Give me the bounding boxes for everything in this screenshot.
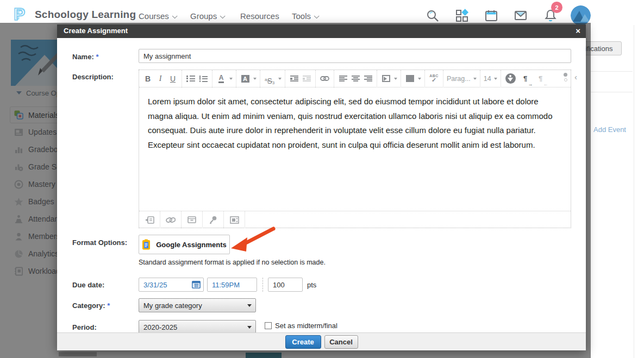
name-label: Name: * [72,53,98,61]
nav-resources[interactable]: Resources [240,11,279,21]
google-assignments-button[interactable]: Google Assignments [139,235,230,254]
font-size-caret-icon [494,78,497,80]
toolbar-handle-dots[interactable] [564,73,567,81]
chevron-down-icon [220,13,226,18]
insert-media-button[interactable] [380,72,391,85]
points-unit-label: pts [307,281,316,289]
description-textarea[interactable]: Lorem ipsum dolor sit amet, consectetur … [139,88,571,210]
insert-table-button[interactable] [404,72,415,85]
insert-image-button[interactable] [224,211,245,228]
align-center-button[interactable] [350,72,361,85]
datepicker-calendar-icon[interactable] [192,281,201,288]
insert-media-caret-icon[interactable] [394,78,397,80]
right-rail-border [634,25,634,358]
text-direction-ltr-button[interactable]: ¶ [521,72,532,85]
nav-courses[interactable]: Courses [139,11,176,21]
category-select[interactable]: My grade category [139,298,256,312]
spellcheck-icon: ABC✓ [429,74,439,83]
strikethrough-subscript-button[interactable]: aS3 [264,72,276,85]
align-center-icon [352,76,360,81]
outdent-button[interactable] [301,72,312,85]
period-label: Period: [72,323,97,331]
insert-table-caret-icon[interactable] [418,78,421,80]
midterm-checkbox[interactable] [265,322,272,329]
numbered-list-button[interactable] [198,72,209,85]
bullet-list-icon [186,76,195,82]
font-color-button[interactable]: A [216,72,227,85]
nav-tools[interactable]: Tools [292,11,317,21]
image-icon [230,216,239,224]
name-input[interactable] [139,49,571,63]
background-color-caret-icon[interactable] [253,78,257,80]
strikethrough-caret-icon[interactable] [278,78,282,80]
cancel-button[interactable]: Cancel [324,335,358,349]
create-assignment-modal: Create Assignment × Name: * Description:… [57,24,586,350]
calendar-icon[interactable] [484,9,498,23]
resource-box-icon [187,216,196,223]
category-label: Category: * [72,302,110,310]
divider [591,92,633,92]
insert-media-icon [382,75,390,82]
bold-button[interactable]: B [142,72,153,85]
divider [262,278,263,292]
attach-link-button[interactable] [160,211,182,228]
align-right-icon [364,76,372,81]
close-icon[interactable]: × [576,26,580,35]
link-icon [320,76,329,81]
background-color-button[interactable]: A [240,72,251,85]
modal-title: Create Assignment [64,27,128,35]
accessibility-icon [505,73,516,84]
format-help-text: Standard assignment format is applied if… [139,259,326,266]
select-caret-icon [247,326,252,329]
brand-name[interactable]: Schoology Learning [35,9,136,21]
apps-grid-icon[interactable] [455,9,469,23]
record-audio-button[interactable] [203,211,224,228]
select-caret-icon [247,304,252,307]
notification-count-badge: 2 [551,2,562,13]
divider [591,71,633,72]
midterm-checkbox-label: Set as midterm/final [275,322,337,330]
required-asterisk: * [107,302,110,310]
points-input[interactable] [268,278,303,292]
create-button[interactable]: Create [285,335,321,349]
font-color-caret-icon[interactable] [229,78,233,80]
italic-button[interactable]: I [155,72,166,85]
due-time-input[interactable] [207,278,257,292]
font-size-dropdown[interactable]: 14 [480,70,501,87]
attach-resource-button[interactable] [182,211,203,228]
screen: Course Options Materials Updates Gradebo… [0,0,644,358]
nav-groups[interactable]: Groups [190,11,223,21]
editor-bottom-toolbar [139,211,571,228]
google-assignments-icon [142,239,151,250]
indent-button[interactable] [289,72,299,85]
align-left-icon [339,76,347,81]
bullet-list-button[interactable] [185,72,196,85]
spellcheck-button[interactable]: ABC✓ [428,72,440,85]
text-direction-rtl-button[interactable]: ¶ [536,72,547,85]
schoology-logo-icon[interactable]: P P [11,3,32,24]
align-right-button[interactable] [362,72,373,85]
insert-link-button[interactable] [319,72,330,85]
add-event-link[interactable]: Add Event [593,125,626,134]
description-label: Description: [72,73,114,81]
align-left-button[interactable] [337,72,348,85]
indent-icon [290,76,298,81]
search-icon[interactable] [426,9,440,23]
link-icon [166,217,176,223]
due-date-label: Due date: [72,281,104,289]
numbered-list-icon [199,76,208,82]
underline-button[interactable]: U [167,72,178,85]
messages-icon[interactable] [514,9,528,23]
insert-content-button[interactable] [139,211,160,228]
microphone-icon [209,216,217,224]
dot-icon [564,78,567,81]
accessibility-checker-button[interactable] [504,72,517,85]
collapse-toolbar-chevron[interactable]: ‹ [574,72,577,81]
chevron-down-icon [172,13,178,18]
modal-header: Create Assignment × [57,24,586,38]
rich-text-editor: B I U A A aS3 [139,70,571,228]
table-icon [406,75,414,82]
svg-text:P: P [16,7,25,22]
paragraph-style-dropdown[interactable]: Parag... [443,70,480,87]
required-asterisk: * [96,53,98,61]
